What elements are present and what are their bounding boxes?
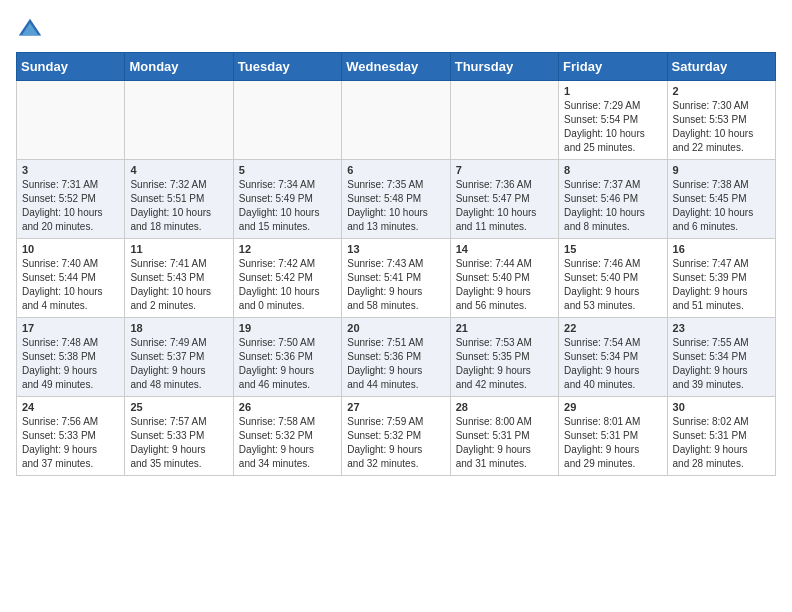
weekday-header: Wednesday — [342, 53, 450, 81]
calendar-week-row: 3Sunrise: 7:31 AM Sunset: 5:52 PM Daylig… — [17, 160, 776, 239]
calendar-table: SundayMondayTuesdayWednesdayThursdayFrid… — [16, 52, 776, 476]
calendar-cell: 21Sunrise: 7:53 AM Sunset: 5:35 PM Dayli… — [450, 318, 558, 397]
calendar-cell: 10Sunrise: 7:40 AM Sunset: 5:44 PM Dayli… — [17, 239, 125, 318]
day-number: 14 — [456, 243, 553, 255]
day-number: 27 — [347, 401, 444, 413]
day-number: 21 — [456, 322, 553, 334]
calendar-cell: 5Sunrise: 7:34 AM Sunset: 5:49 PM Daylig… — [233, 160, 341, 239]
day-info: Sunrise: 7:49 AM Sunset: 5:37 PM Dayligh… — [130, 336, 227, 392]
day-info: Sunrise: 8:01 AM Sunset: 5:31 PM Dayligh… — [564, 415, 661, 471]
day-info: Sunrise: 7:55 AM Sunset: 5:34 PM Dayligh… — [673, 336, 770, 392]
day-info: Sunrise: 7:59 AM Sunset: 5:32 PM Dayligh… — [347, 415, 444, 471]
calendar-cell: 16Sunrise: 7:47 AM Sunset: 5:39 PM Dayli… — [667, 239, 775, 318]
calendar-cell: 24Sunrise: 7:56 AM Sunset: 5:33 PM Dayli… — [17, 397, 125, 476]
day-number: 9 — [673, 164, 770, 176]
day-info: Sunrise: 7:57 AM Sunset: 5:33 PM Dayligh… — [130, 415, 227, 471]
calendar-week-row: 1Sunrise: 7:29 AM Sunset: 5:54 PM Daylig… — [17, 81, 776, 160]
day-number: 1 — [564, 85, 661, 97]
day-info: Sunrise: 7:31 AM Sunset: 5:52 PM Dayligh… — [22, 178, 119, 234]
calendar-cell: 17Sunrise: 7:48 AM Sunset: 5:38 PM Dayli… — [17, 318, 125, 397]
weekday-header: Monday — [125, 53, 233, 81]
day-info: Sunrise: 7:34 AM Sunset: 5:49 PM Dayligh… — [239, 178, 336, 234]
day-number: 8 — [564, 164, 661, 176]
day-number: 16 — [673, 243, 770, 255]
day-info: Sunrise: 7:30 AM Sunset: 5:53 PM Dayligh… — [673, 99, 770, 155]
day-number: 22 — [564, 322, 661, 334]
weekday-header: Thursday — [450, 53, 558, 81]
calendar-cell: 4Sunrise: 7:32 AM Sunset: 5:51 PM Daylig… — [125, 160, 233, 239]
day-number: 11 — [130, 243, 227, 255]
day-info: Sunrise: 7:54 AM Sunset: 5:34 PM Dayligh… — [564, 336, 661, 392]
calendar-cell: 27Sunrise: 7:59 AM Sunset: 5:32 PM Dayli… — [342, 397, 450, 476]
calendar-cell: 1Sunrise: 7:29 AM Sunset: 5:54 PM Daylig… — [559, 81, 667, 160]
calendar-cell: 14Sunrise: 7:44 AM Sunset: 5:40 PM Dayli… — [450, 239, 558, 318]
day-number: 20 — [347, 322, 444, 334]
calendar-cell: 20Sunrise: 7:51 AM Sunset: 5:36 PM Dayli… — [342, 318, 450, 397]
day-info: Sunrise: 7:58 AM Sunset: 5:32 PM Dayligh… — [239, 415, 336, 471]
day-number: 29 — [564, 401, 661, 413]
day-number: 17 — [22, 322, 119, 334]
weekday-header: Sunday — [17, 53, 125, 81]
calendar-cell: 7Sunrise: 7:36 AM Sunset: 5:47 PM Daylig… — [450, 160, 558, 239]
logo — [16, 16, 48, 44]
day-info: Sunrise: 7:44 AM Sunset: 5:40 PM Dayligh… — [456, 257, 553, 313]
logo-icon — [16, 16, 44, 44]
day-info: Sunrise: 7:50 AM Sunset: 5:36 PM Dayligh… — [239, 336, 336, 392]
day-number: 18 — [130, 322, 227, 334]
weekday-header-row: SundayMondayTuesdayWednesdayThursdayFrid… — [17, 53, 776, 81]
calendar-cell: 9Sunrise: 7:38 AM Sunset: 5:45 PM Daylig… — [667, 160, 775, 239]
day-info: Sunrise: 7:41 AM Sunset: 5:43 PM Dayligh… — [130, 257, 227, 313]
calendar-cell: 26Sunrise: 7:58 AM Sunset: 5:32 PM Dayli… — [233, 397, 341, 476]
day-number: 3 — [22, 164, 119, 176]
weekday-header: Tuesday — [233, 53, 341, 81]
calendar-cell: 8Sunrise: 7:37 AM Sunset: 5:46 PM Daylig… — [559, 160, 667, 239]
day-info: Sunrise: 7:40 AM Sunset: 5:44 PM Dayligh… — [22, 257, 119, 313]
day-number: 15 — [564, 243, 661, 255]
calendar-cell: 25Sunrise: 7:57 AM Sunset: 5:33 PM Dayli… — [125, 397, 233, 476]
day-info: Sunrise: 7:42 AM Sunset: 5:42 PM Dayligh… — [239, 257, 336, 313]
day-info: Sunrise: 7:46 AM Sunset: 5:40 PM Dayligh… — [564, 257, 661, 313]
day-info: Sunrise: 8:00 AM Sunset: 5:31 PM Dayligh… — [456, 415, 553, 471]
day-info: Sunrise: 7:43 AM Sunset: 5:41 PM Dayligh… — [347, 257, 444, 313]
weekday-header: Saturday — [667, 53, 775, 81]
day-number: 2 — [673, 85, 770, 97]
day-number: 6 — [347, 164, 444, 176]
day-info: Sunrise: 7:29 AM Sunset: 5:54 PM Dayligh… — [564, 99, 661, 155]
day-info: Sunrise: 8:02 AM Sunset: 5:31 PM Dayligh… — [673, 415, 770, 471]
calendar-cell — [233, 81, 341, 160]
day-info: Sunrise: 7:32 AM Sunset: 5:51 PM Dayligh… — [130, 178, 227, 234]
calendar-cell: 18Sunrise: 7:49 AM Sunset: 5:37 PM Dayli… — [125, 318, 233, 397]
day-number: 25 — [130, 401, 227, 413]
day-info: Sunrise: 7:38 AM Sunset: 5:45 PM Dayligh… — [673, 178, 770, 234]
calendar-cell: 15Sunrise: 7:46 AM Sunset: 5:40 PM Dayli… — [559, 239, 667, 318]
calendar-cell — [125, 81, 233, 160]
day-number: 23 — [673, 322, 770, 334]
day-number: 19 — [239, 322, 336, 334]
calendar-cell: 2Sunrise: 7:30 AM Sunset: 5:53 PM Daylig… — [667, 81, 775, 160]
page-header — [16, 16, 776, 44]
calendar-cell: 11Sunrise: 7:41 AM Sunset: 5:43 PM Dayli… — [125, 239, 233, 318]
day-number: 10 — [22, 243, 119, 255]
weekday-header: Friday — [559, 53, 667, 81]
calendar-cell: 23Sunrise: 7:55 AM Sunset: 5:34 PM Dayli… — [667, 318, 775, 397]
day-number: 24 — [22, 401, 119, 413]
day-info: Sunrise: 7:47 AM Sunset: 5:39 PM Dayligh… — [673, 257, 770, 313]
day-number: 5 — [239, 164, 336, 176]
calendar-cell — [450, 81, 558, 160]
calendar-cell: 30Sunrise: 8:02 AM Sunset: 5:31 PM Dayli… — [667, 397, 775, 476]
day-number: 12 — [239, 243, 336, 255]
day-info: Sunrise: 7:56 AM Sunset: 5:33 PM Dayligh… — [22, 415, 119, 471]
day-number: 28 — [456, 401, 553, 413]
calendar-cell — [342, 81, 450, 160]
day-number: 7 — [456, 164, 553, 176]
calendar-week-row: 10Sunrise: 7:40 AM Sunset: 5:44 PM Dayli… — [17, 239, 776, 318]
day-info: Sunrise: 7:48 AM Sunset: 5:38 PM Dayligh… — [22, 336, 119, 392]
day-info: Sunrise: 7:53 AM Sunset: 5:35 PM Dayligh… — [456, 336, 553, 392]
day-info: Sunrise: 7:37 AM Sunset: 5:46 PM Dayligh… — [564, 178, 661, 234]
calendar-week-row: 17Sunrise: 7:48 AM Sunset: 5:38 PM Dayli… — [17, 318, 776, 397]
calendar-week-row: 24Sunrise: 7:56 AM Sunset: 5:33 PM Dayli… — [17, 397, 776, 476]
day-number: 30 — [673, 401, 770, 413]
calendar-cell: 22Sunrise: 7:54 AM Sunset: 5:34 PM Dayli… — [559, 318, 667, 397]
calendar-cell: 28Sunrise: 8:00 AM Sunset: 5:31 PM Dayli… — [450, 397, 558, 476]
calendar-cell: 29Sunrise: 8:01 AM Sunset: 5:31 PM Dayli… — [559, 397, 667, 476]
